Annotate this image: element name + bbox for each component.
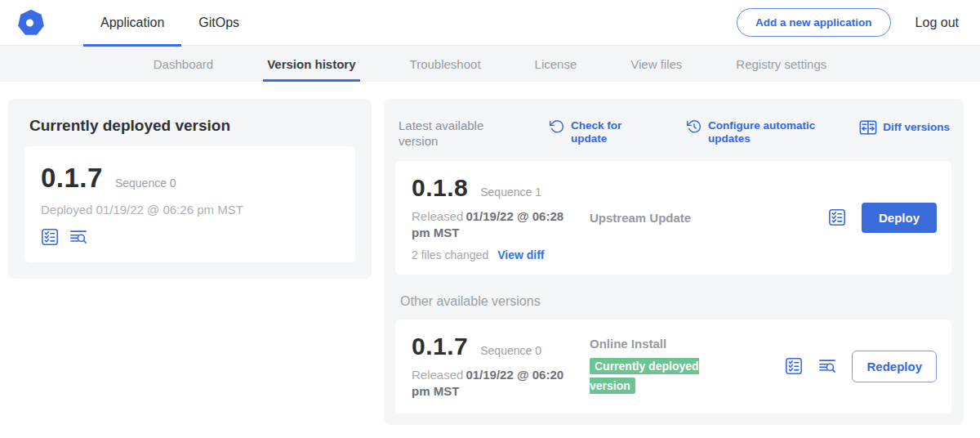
other-source-label: Online Install: [590, 337, 785, 351]
latest-source-label: Upstream Update: [590, 211, 828, 225]
latest-version-card: 0.1.8 Sequence 1 Released01/19/22 @ 06:2…: [395, 161, 951, 275]
tab-application[interactable]: Application: [83, 0, 181, 46]
latest-version-number: 0.1.8: [412, 174, 468, 202]
deploy-button[interactable]: Deploy: [862, 203, 937, 233]
tab-license[interactable]: License: [533, 46, 579, 82]
tab-view-files[interactable]: View files: [629, 46, 684, 82]
app-sub-nav: Dashboard Version history Troubleshoot L…: [0, 46, 980, 82]
refresh-icon: [549, 118, 565, 135]
configure-automatic-updates-button[interactable]: Configure automatic updates: [686, 118, 826, 145]
deployed-timestamp: Deployed 01/19/22 @ 06:26 pm MST: [41, 203, 339, 217]
other-versions-title: Other available versions: [400, 294, 951, 309]
top-nav: Application GitOps Add a new application…: [0, 0, 980, 46]
currently-deployed-panel: Currently deployed version 0.1.7 Sequenc…: [8, 99, 372, 279]
logout-link[interactable]: Log out: [915, 16, 965, 30]
latest-source-column: Upstream Update: [590, 211, 828, 225]
preflight-checklist-icon[interactable]: [828, 208, 846, 226]
diff-icon: [859, 118, 877, 136]
latest-released-timestamp: Released01/19/22 @ 06:28 pm MST: [412, 208, 579, 242]
tab-version-history[interactable]: Version history: [265, 46, 357, 82]
latest-sequence-label: Sequence 1: [480, 185, 541, 199]
deployed-version-card: 0.1.7 Sequence 0 Deployed 01/19/22 @ 06:…: [24, 146, 355, 262]
main-content: Currently deployed version 0.1.7 Sequenc…: [0, 82, 980, 425]
view-diff-link[interactable]: View diff: [497, 248, 544, 261]
other-released-timestamp: Released01/19/22 @ 06:20 pm MST: [412, 367, 579, 400]
view-logs-icon[interactable]: [69, 228, 87, 246]
tab-troubleshoot[interactable]: Troubleshoot: [408, 46, 483, 82]
available-updates-panel: Latest available version Check for updat…: [384, 99, 964, 425]
latest-available-version-label: Latest available version: [399, 118, 523, 150]
deployed-sequence-label: Sequence 0: [115, 177, 176, 190]
tab-registry-settings[interactable]: Registry settings: [734, 46, 828, 82]
add-new-application-button[interactable]: Add a new application: [737, 8, 891, 37]
preflight-checklist-icon[interactable]: [785, 357, 803, 375]
check-for-update-button[interactable]: Check for update: [549, 118, 632, 145]
other-version-number: 0.1.7: [412, 333, 468, 360]
tab-gitops[interactable]: GitOps: [181, 0, 256, 46]
currently-deployed-badge: Currently deployed version: [590, 358, 699, 394]
schedule-update-icon: [686, 118, 702, 135]
updates-header: Latest available version Check for updat…: [395, 110, 951, 161]
topnav-right: Add a new application Log out: [737, 8, 965, 37]
files-changed-count: 2 files changed: [412, 248, 488, 261]
other-version-card: 0.1.7 Sequence 0 Released01/19/22 @ 06:2…: [395, 320, 951, 413]
currently-deployed-title: Currently deployed version: [29, 117, 355, 135]
deployed-version-number: 0.1.7: [41, 163, 103, 194]
diff-versions-button[interactable]: Diff versions: [859, 118, 950, 136]
tab-dashboard[interactable]: Dashboard: [152, 46, 215, 82]
preflight-checklist-icon[interactable]: [41, 228, 59, 246]
other-source-column: Online Install Currently deployed versio…: [590, 337, 785, 396]
redeploy-button[interactable]: Redeploy: [852, 351, 937, 382]
view-logs-icon[interactable]: [818, 357, 836, 375]
replicated-logo-icon: [16, 8, 46, 38]
other-sequence-label: Sequence 0: [480, 344, 541, 357]
